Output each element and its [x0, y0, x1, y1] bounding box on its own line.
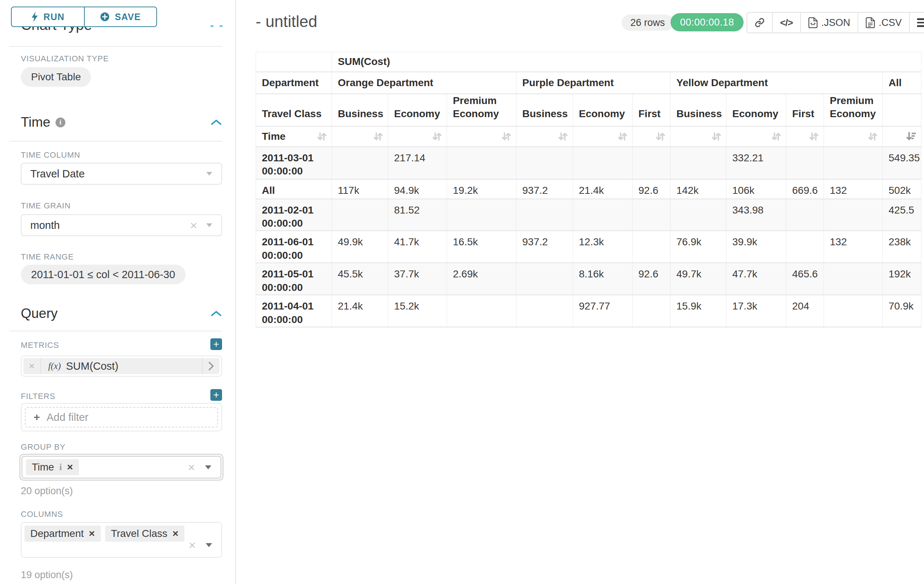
time-grain-select[interactable]: month ×	[21, 214, 222, 236]
add-filter-button[interactable]: +	[210, 389, 222, 401]
run-button-label: RUN	[43, 12, 64, 22]
time-column-value: Travel Date	[30, 168, 85, 180]
remove-tag-icon[interactable]: ×	[172, 528, 178, 539]
columns-select[interactable]: Department×Travel Class× ×	[21, 522, 222, 558]
chart-title[interactable]: - untitled	[256, 12, 317, 31]
add-filter-dropzone[interactable]: + Add filter	[25, 407, 218, 428]
sort-header-cell[interactable]	[516, 126, 573, 147]
clear-icon[interactable]: ×	[188, 461, 195, 474]
value-cell	[824, 295, 883, 327]
time-grain-label: TIME GRAIN	[21, 201, 71, 211]
sort-icon[interactable]	[617, 132, 628, 141]
value-cell: 49.9k	[332, 231, 388, 263]
save-button[interactable]: SAVE	[84, 7, 156, 26]
query-timer-badge: 00:00:00.18	[670, 13, 744, 31]
export-json-button[interactable]: .JSON	[800, 13, 858, 33]
export-csv-label: .CSV	[879, 17, 902, 28]
sort-header-cell[interactable]	[573, 126, 632, 147]
chevron-up-icon[interactable]	[219, 25, 223, 27]
hamburger-icon	[917, 18, 924, 27]
menu-button[interactable]	[909, 13, 924, 33]
value-cell	[786, 199, 824, 231]
value-cell: 238k	[883, 231, 921, 263]
chevron-up-icon[interactable]	[210, 25, 214, 27]
time-column-select[interactable]: Travel Date	[21, 163, 222, 185]
value-cell: 45.5k	[332, 263, 388, 295]
selected-tag[interactable]: Travel Class×	[105, 526, 185, 542]
selected-tag[interactable]: Department×	[25, 526, 101, 542]
sort-icon[interactable]	[316, 132, 327, 141]
fx-icon: f(x)	[48, 361, 61, 371]
travel-class-header-cell: Economy	[726, 94, 786, 126]
value-cell	[786, 147, 824, 179]
sort-icon[interactable]	[711, 132, 722, 141]
sort-header-cell[interactable]	[388, 126, 447, 147]
group-by-options-hint: 20 option(s)	[21, 485, 73, 497]
value-cell: 502k	[883, 179, 921, 199]
caret-down-icon[interactable]	[205, 465, 212, 470]
run-button[interactable]: RUN	[12, 7, 84, 26]
value-cell: 549.35	[883, 147, 921, 179]
remove-tag-icon[interactable]: ×	[67, 462, 73, 472]
time-axis-label[interactable]: Time	[256, 126, 332, 147]
sort-descending-icon[interactable]	[906, 132, 917, 141]
sort-icon[interactable]	[501, 132, 512, 141]
visualization-type-pill[interactable]: Pivot Table	[21, 67, 91, 87]
group-by-select[interactable]: Timei× ×	[19, 454, 223, 481]
sort-header-cell[interactable]	[786, 126, 824, 147]
tag-label: Department	[30, 528, 84, 540]
travel-class-header-cell: Premium Economy	[824, 94, 883, 126]
value-cell: 16.5k	[447, 231, 516, 263]
group-by-label: GROUP BY	[21, 443, 65, 452]
value-cell: 17.3k	[726, 295, 786, 327]
metrics-label: METRICS	[21, 341, 59, 350]
sort-header-cell[interactable]	[332, 126, 388, 147]
metric-header-cell: SUM(Cost)	[332, 52, 921, 72]
clear-icon[interactable]: ×	[190, 219, 197, 231]
copy-link-button[interactable]	[747, 13, 772, 33]
info-icon[interactable]: i	[59, 462, 62, 473]
sort-icon[interactable]	[373, 132, 383, 141]
value-cell: 106k	[726, 179, 786, 199]
selected-tag[interactable]: Timei×	[26, 459, 79, 475]
sort-header-cell[interactable]	[883, 126, 921, 147]
add-metric-button[interactable]: +	[210, 338, 222, 350]
time-range-pill[interactable]: 2011-01-01 ≤ col < 2011-06-30	[21, 265, 186, 285]
chevron-right-icon	[208, 362, 214, 370]
sort-header-cell[interactable]	[824, 126, 883, 147]
sort-icon[interactable]	[867, 132, 878, 141]
embed-code-button[interactable]: </>	[772, 13, 800, 33]
travel-class-axis-label: Travel Class	[256, 94, 332, 126]
chevron-up-icon[interactable]	[210, 119, 222, 125]
metric-pill[interactable]: × f(x) SUM(Cost)	[23, 358, 219, 374]
sort-icon[interactable]	[655, 132, 666, 141]
sort-icon[interactable]	[557, 132, 568, 141]
export-csv-button[interactable]: .CSV	[858, 13, 909, 33]
chevron-up-icon[interactable]	[210, 310, 222, 317]
travel-class-header-cell: Economy	[388, 94, 447, 126]
row-time-label: 2011-06-01 00:00:00	[256, 231, 332, 263]
info-icon[interactable]: i	[56, 118, 65, 127]
sort-header-cell[interactable]	[447, 126, 516, 147]
value-cell: 41.7k	[388, 231, 447, 263]
remove-metric-icon[interactable]: ×	[23, 358, 41, 374]
travel-class-header-cell: Business	[516, 94, 573, 126]
sort-icon[interactable]	[808, 132, 819, 141]
expand-metric-button[interactable]	[202, 358, 219, 374]
value-cell: 15.2k	[388, 295, 447, 327]
sort-header-cell[interactable]	[632, 126, 670, 147]
travel-class-header-cell: Economy	[573, 94, 632, 126]
sort-icon[interactable]	[771, 132, 782, 141]
department-axis-label: Department	[256, 72, 332, 94]
department-header-cell: Purple Department	[516, 72, 670, 94]
link-icon	[754, 18, 765, 28]
sort-header-cell[interactable]	[726, 126, 786, 147]
sort-header-cell[interactable]	[670, 126, 726, 147]
value-cell: 12.3k	[573, 231, 632, 263]
sort-icon[interactable]	[431, 132, 442, 141]
caret-down-icon[interactable]	[205, 543, 213, 548]
value-cell	[632, 231, 670, 263]
caret-down-icon	[206, 223, 213, 227]
clear-icon[interactable]: ×	[188, 539, 196, 551]
remove-tag-icon[interactable]: ×	[89, 528, 95, 539]
